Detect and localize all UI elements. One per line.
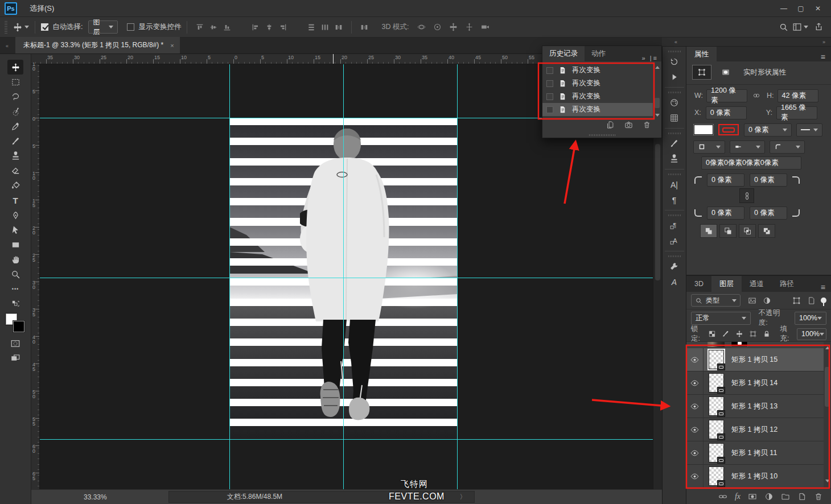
hand-tool[interactable] <box>7 252 23 267</box>
scroll-up-icon[interactable] <box>655 66 660 69</box>
scroll-down-icon[interactable] <box>825 480 830 482</box>
minimize-button[interactable]: — <box>775 2 792 15</box>
radius-bl-field[interactable]: 0 像素 <box>707 206 744 220</box>
adjustment-icon[interactable] <box>764 492 774 501</box>
swap-colors-icon[interactable] <box>7 296 23 311</box>
shape-mask-button[interactable] <box>716 65 735 80</box>
layer-thumbnail[interactable] <box>709 420 724 439</box>
lock-artboard-icon[interactable] <box>749 330 757 338</box>
dist-v-icon[interactable] <box>305 20 318 34</box>
trash-icon[interactable] <box>814 492 823 501</box>
swatches-panel-icon[interactable] <box>665 110 684 126</box>
history-source-checkbox[interactable] <box>546 106 553 113</box>
link-wh-icon[interactable] <box>752 91 761 100</box>
search-icon[interactable] <box>776 20 790 34</box>
background-color-swatch[interactable] <box>13 321 24 332</box>
tool-presets-panel-icon[interactable] <box>665 259 684 274</box>
expand-dock-icon[interactable]: » <box>822 39 825 45</box>
align-vmid-icon[interactable] <box>207 20 220 34</box>
radius-tl-field[interactable]: 0 像素 <box>707 173 744 187</box>
layer-thumbnail[interactable] <box>709 443 724 462</box>
radius-br-field[interactable]: 0 像素 <box>750 206 787 220</box>
stroke-caps-dropdown[interactable] <box>730 141 765 154</box>
tab-history[interactable]: 历史记录 <box>542 46 585 61</box>
actions-panel-icon[interactable] <box>665 69 684 85</box>
pen-tool[interactable] <box>7 208 23 222</box>
distribute-center-icon[interactable] <box>357 20 371 34</box>
guide-horizontal[interactable] <box>40 278 653 278</box>
stroke-color-swatch[interactable] <box>718 124 739 135</box>
trash-icon[interactable] <box>643 121 651 129</box>
bucket-tool[interactable] <box>7 178 23 193</box>
pan-icon[interactable] <box>446 20 460 34</box>
history-source-checkbox[interactable] <box>546 80 553 87</box>
pf-exclude-button[interactable] <box>758 224 775 238</box>
fx-icon[interactable]: fx <box>735 492 741 501</box>
layer-row-clipped[interactable] <box>686 342 824 348</box>
auto-select-checkbox[interactable] <box>41 23 48 31</box>
snapshot-camera-icon[interactable] <box>624 121 633 129</box>
history-scrollbar[interactable] <box>653 64 661 118</box>
layer-thumbnail[interactable] <box>709 466 724 486</box>
chevron-down-icon[interactable] <box>24 26 29 28</box>
link-icon[interactable] <box>718 492 727 501</box>
history-entry[interactable]: 再次变换 <box>542 64 653 77</box>
mask-icon[interactable] <box>748 492 757 501</box>
history-source-checkbox[interactable] <box>546 67 553 74</box>
quickselect-tool[interactable] <box>7 104 23 119</box>
panel-menu-icon[interactable]: ≡ <box>821 283 825 292</box>
paragraph-panel-icon[interactable]: ¶ <box>665 192 684 208</box>
slide-icon[interactable] <box>462 20 476 34</box>
guide-vertical[interactable] <box>229 64 230 489</box>
layer-row[interactable]: 矩形 1 拷贝 13 <box>686 395 824 418</box>
eye-icon[interactable] <box>686 441 704 464</box>
align-bottom-icon[interactable] <box>220 20 234 34</box>
close-button[interactable]: ✕ <box>809 2 826 15</box>
zoom-level[interactable]: 33.33% <box>84 493 107 501</box>
pf-subtract-button[interactable] <box>719 224 737 238</box>
move-tool[interactable] <box>7 60 23 75</box>
stroke-align-dropdown[interactable] <box>693 141 725 154</box>
eye-icon[interactable] <box>686 348 704 371</box>
move-tool-icon[interactable] <box>11 20 24 34</box>
layer-name[interactable]: 矩形 1 拷贝 11 <box>731 448 777 458</box>
y-field[interactable]: 1665 像素 <box>776 106 817 119</box>
character-panel-icon[interactable]: A| <box>665 177 684 192</box>
layer-row[interactable]: 矩形 1 拷贝 14 <box>686 371 824 395</box>
character-styles-panel-icon[interactable]: A <box>665 233 684 249</box>
x-field[interactable]: 0 像素 <box>706 106 747 119</box>
stroke-width-dropdown[interactable]: 0 像素 <box>744 123 792 137</box>
layer-thumbnail[interactable] <box>709 373 724 393</box>
eye-icon[interactable] <box>686 371 704 394</box>
vertical-ruler[interactable]: 1 05051 01 52 02 53 03 54 04 55 05 56 06… <box>31 64 40 489</box>
layer-mask-thumbnail[interactable] <box>731 342 748 347</box>
brush-settings-panel-icon[interactable] <box>665 136 684 151</box>
eye-icon[interactable] <box>686 465 704 488</box>
lock-paint-icon[interactable] <box>722 330 730 338</box>
scroll-down-icon[interactable] <box>655 114 660 117</box>
roll-icon[interactable] <box>430 20 444 34</box>
marquee-tool[interactable] <box>7 75 23 89</box>
panel-menu-icon[interactable]: | ≡ <box>650 55 657 61</box>
opacity-dropdown[interactable]: 100% <box>795 312 826 325</box>
type-filter-icon[interactable] <box>777 296 786 305</box>
eye-icon[interactable] <box>686 395 704 418</box>
workspace-icon[interactable] <box>790 20 804 34</box>
new-layer-icon[interactable] <box>797 492 807 501</box>
layer-list-scrollbar[interactable] <box>824 342 831 488</box>
camera-icon[interactable] <box>478 20 492 34</box>
filter-type-dropdown[interactable]: 类型 <box>691 294 741 307</box>
share-icon[interactable] <box>812 20 825 34</box>
eraser-tool[interactable] <box>7 163 23 178</box>
pathselect-tool[interactable] <box>7 222 23 237</box>
scrollbar-thumb[interactable] <box>825 367 830 407</box>
type-tool[interactable]: T <box>7 193 23 208</box>
history-entry[interactable]: 再次变换 <box>542 103 653 116</box>
pf-intersect-button[interactable] <box>739 224 756 238</box>
align-hmid-icon[interactable] <box>262 20 276 34</box>
maximize-button[interactable]: ▢ <box>792 2 809 15</box>
layer-thumbnail-photo[interactable] <box>707 342 725 347</box>
auto-select-target-dropdown[interactable]: 图层 <box>88 20 118 34</box>
align-right-icon[interactable] <box>276 20 290 34</box>
collapse-left-icon[interactable]: « <box>6 43 9 49</box>
